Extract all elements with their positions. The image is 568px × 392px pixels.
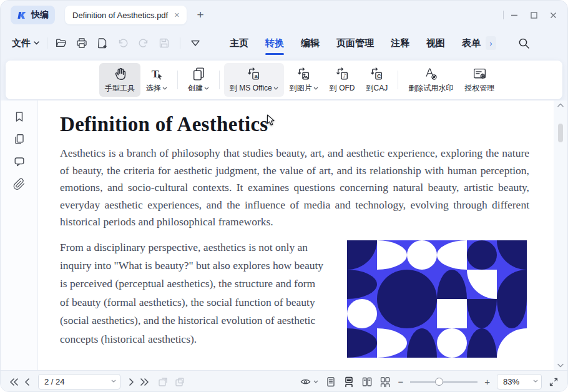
pdf-page[interactable]: Definition of Aesthetics Aesthetics is a… (38, 100, 554, 370)
zoom-level-box (497, 374, 542, 390)
create-tool-button[interactable]: 创建 (182, 63, 215, 97)
tab-form[interactable]: 表单 (462, 37, 481, 49)
chevron-down-icon (273, 87, 278, 90)
new-file-icon[interactable] (96, 37, 109, 49)
zoom-out-icon[interactable]: − (398, 376, 403, 387)
to-ofd-button[interactable]: ♪ 到 OFD (324, 63, 361, 97)
window-close-icon[interactable] (549, 11, 557, 19)
scroll-down-icon[interactable] (557, 363, 564, 368)
new-tab-plus-icon[interactable]: + (197, 8, 203, 22)
undo-icon (117, 37, 129, 49)
window-maximize-icon[interactable] (530, 11, 538, 19)
conversion-toolbar: 手型工具 T 选择 创建 (6, 61, 562, 99)
chevron-down-icon (162, 87, 167, 90)
remove-watermark-icon (423, 66, 439, 82)
next-page-icon[interactable] (129, 378, 134, 386)
to-ms-office-button[interactable]: a 到 MS Office (224, 63, 284, 97)
attachment-icon[interactable] (13, 178, 26, 190)
comment-icon[interactable] (13, 155, 26, 168)
page-indicator-box (38, 374, 120, 390)
scrollbar-thumb[interactable] (558, 124, 563, 142)
prev-view-icon (157, 376, 169, 388)
two-page-grid-icon[interactable] (379, 376, 391, 388)
print-icon[interactable] (76, 37, 88, 49)
continuous-page-icon[interactable] (343, 376, 355, 388)
tab-convert[interactable]: 转换 (265, 37, 284, 49)
text-select-icon: T (149, 66, 165, 82)
search-icon[interactable] (517, 37, 530, 49)
to-office-icon: a (246, 66, 262, 82)
document-tab-title: Definition of Aesthetics.pdf (72, 11, 168, 20)
tab-view[interactable]: 视图 (426, 37, 445, 49)
tab-edit[interactable]: 编辑 (301, 37, 320, 49)
titlebar: 快编 Definition of Aesthetics.pdf × + (1, 1, 567, 29)
document-heading: Definition of Aesthetics (60, 113, 529, 136)
paragraph-1: Aesthetics is a branch of philosophy tha… (60, 145, 529, 231)
scroll-up-icon[interactable] (557, 103, 564, 107)
prev-page-icon[interactable] (24, 378, 30, 386)
page-number-input[interactable] (38, 374, 120, 390)
toolbar-divider (177, 71, 178, 89)
left-panel-bar (1, 100, 38, 370)
zoom-slider-handle[interactable] (435, 378, 443, 386)
tool-label: 到CAJ (366, 83, 388, 94)
tool-label: 创建 (188, 83, 209, 94)
zoom-slider[interactable] (410, 377, 477, 387)
view-mode-eye-icon[interactable] (300, 377, 318, 386)
hand-tool-button[interactable]: 手型工具 (99, 63, 140, 97)
main-area: Definition of Aesthetics Aesthetics is a… (1, 100, 567, 370)
zoom-slider-track (410, 381, 477, 383)
chevron-down-icon (313, 87, 318, 90)
last-page-icon[interactable] (140, 378, 149, 386)
two-page-icon[interactable] (361, 376, 373, 388)
chevron-down-icon (204, 87, 209, 90)
tab-home[interactable]: 主页 (230, 37, 248, 49)
vertical-scrollbar[interactable] (554, 100, 567, 370)
file-menu-label: 文件 (12, 37, 31, 49)
to-caj-button[interactable]: C 到CAJ (360, 63, 393, 97)
save-icon (158, 37, 170, 49)
tool-label: 删除试用水印 (408, 83, 453, 94)
ribbon-tabs: 主页 转换 编辑 页面管理 注释 视图 表单 (230, 37, 481, 49)
to-ofd-icon: ♪ (335, 66, 350, 82)
to-image-icon (296, 66, 311, 82)
select-tool-button[interactable]: T 选择 (140, 63, 173, 97)
tool-label: 到图片 (290, 83, 318, 94)
file-menu-button[interactable]: 文件 (12, 37, 39, 49)
page-thumbnails-icon[interactable] (13, 133, 26, 145)
more-tabs-chevron[interactable]: › (486, 36, 496, 50)
to-caj-icon: C (369, 66, 384, 82)
document-tab[interactable]: Definition of Aesthetics.pdf × (65, 6, 187, 24)
menubar-divider (47, 37, 47, 49)
tool-label: 手型工具 (105, 83, 135, 94)
chevron-down-icon[interactable] (111, 380, 116, 383)
zoom-in-icon[interactable]: + (484, 376, 490, 387)
remove-watermark-button[interactable]: 删除试用水印 (403, 63, 459, 97)
paragraph-2: From a disciplinary perspective, aesthet… (60, 238, 325, 358)
collapse-toolbar-icon[interactable] (190, 37, 201, 49)
tab-close-icon[interactable]: × (174, 11, 179, 19)
bookmark-icon[interactable] (13, 110, 26, 123)
license-manage-icon (472, 66, 487, 82)
window-controls-divider (503, 11, 504, 19)
to-image-button[interactable]: 到图片 (284, 63, 324, 97)
window-minimize-icon[interactable] (510, 11, 519, 19)
svg-text:a: a (255, 73, 258, 79)
svg-text:♪: ♪ (343, 72, 346, 79)
tab-annotation[interactable]: 注释 (391, 37, 409, 49)
tab-page-management[interactable]: 页面管理 (336, 37, 374, 49)
redo-icon (137, 37, 150, 49)
chevron-down-icon[interactable] (533, 380, 538, 383)
open-folder-icon[interactable] (55, 37, 67, 49)
license-manage-button[interactable]: 授权管理 (459, 63, 500, 97)
app-name: 快编 (31, 9, 49, 21)
first-page-icon[interactable] (9, 378, 19, 386)
chevron-down-icon (34, 41, 39, 45)
app-logo[interactable]: 快编 (11, 6, 55, 24)
next-view-icon (174, 376, 185, 388)
create-doc-icon (191, 66, 207, 82)
chevron-down-icon (313, 380, 318, 383)
fullscreen-icon[interactable] (549, 377, 559, 387)
single-page-icon[interactable] (325, 376, 336, 388)
figure-pattern (347, 240, 527, 358)
